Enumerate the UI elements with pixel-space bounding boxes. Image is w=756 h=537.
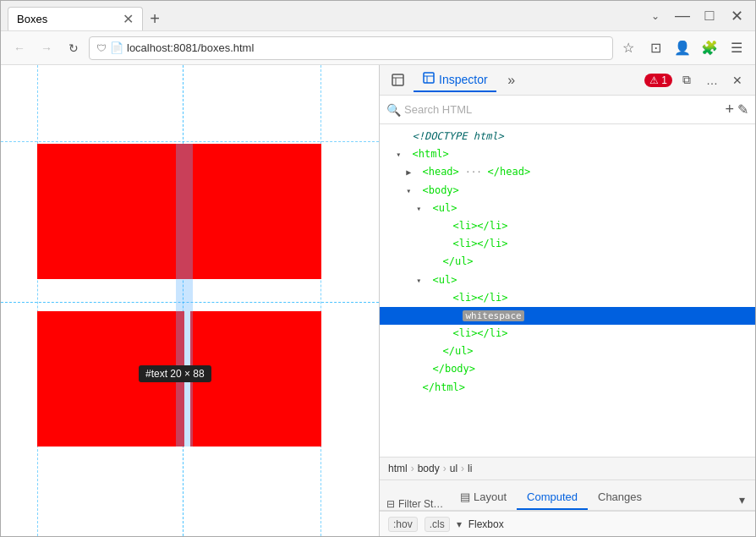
refresh-button[interactable]: ↻: [62, 36, 85, 60]
html-close-tag: </html>: [422, 381, 465, 393]
breadcrumb-html[interactable]: html: [388, 463, 408, 474]
window-down-button[interactable]: ⌄: [644, 4, 667, 28]
extensions-icon[interactable]: 🧩: [698, 36, 721, 60]
li-node-4[interactable]: <li></li>: [380, 325, 755, 342]
ul-close-tag-1: </ul>: [442, 255, 473, 267]
maximize-button[interactable]: □: [698, 4, 721, 28]
breadcrumb-sep-2: ›: [443, 463, 446, 474]
ul-close-node-1[interactable]: </ul>: [380, 253, 755, 271]
tab-changes[interactable]: Changes: [588, 485, 652, 510]
head-ellipsis: ···: [465, 167, 488, 178]
tab-close-button[interactable]: ✕: [123, 13, 134, 26]
ul-tag-2: <ul>: [432, 274, 457, 286]
page-icon: 📄: [110, 41, 123, 54]
whitespace-badge: whitespace: [463, 310, 523, 321]
guide-line-right: [320, 65, 321, 536]
body-close-tag: </body>: [432, 363, 475, 375]
breadcrumb-body[interactable]: body: [418, 463, 440, 474]
li-tag-3: <li></li>: [452, 292, 507, 304]
tab-layout[interactable]: ▤ Layout: [450, 485, 517, 510]
html-search-bar: 🔍 + ✎: [380, 96, 755, 124]
breadcrumb-sep-1: ›: [411, 463, 414, 474]
inspector-tab[interactable]: Inspector: [414, 68, 496, 92]
active-tab[interactable]: Boxes ✕: [8, 7, 143, 30]
expand-arrow: ▶: [406, 166, 416, 179]
devtools-toolbar: Inspector » ⚠ 1 ⧉ … ✕: [380, 65, 755, 96]
devtools-panel: Inspector » ⚠ 1 ⧉ … ✕ 🔍 + ✎: [379, 65, 755, 536]
body-node[interactable]: ▾ <body>: [380, 182, 755, 200]
bookmarks-icon[interactable]: ☆: [616, 36, 640, 60]
tab-title: Boxes: [17, 13, 116, 25]
ul-node-2[interactable]: ▾ <ul>: [380, 271, 755, 289]
error-count: 1: [661, 74, 667, 86]
new-tab-button[interactable]: +: [143, 7, 167, 30]
tab-computed-label: Computed: [527, 490, 578, 503]
forward-button[interactable]: →: [35, 36, 58, 60]
pocket-icon[interactable]: ⊡: [644, 36, 667, 60]
svg-rect-3: [424, 73, 434, 83]
ul-close-node-2[interactable]: </ul>: [380, 342, 755, 360]
html-search-input[interactable]: [404, 103, 721, 116]
responsive-design-button[interactable]: ⧉: [676, 69, 698, 91]
minimize-button[interactable]: —: [671, 4, 694, 28]
body-close-node[interactable]: </body>: [380, 360, 755, 378]
url-text: localhost:8081/boxes.html: [127, 41, 605, 54]
li-tag-4: <li></li>: [452, 327, 507, 339]
breadcrumb-ul[interactable]: ul: [450, 463, 457, 474]
toolbar-right: ☆ ⊡ 👤 🧩 ☰: [616, 36, 748, 60]
add-node-button[interactable]: +: [725, 101, 734, 118]
menu-icon[interactable]: ☰: [725, 36, 748, 60]
tab-computed[interactable]: Computed: [517, 485, 588, 510]
breadcrumb-bar: html › body › ul › li: [380, 457, 755, 480]
inspect-icon: [392, 74, 405, 87]
li-tag-1: <li></li>: [452, 220, 507, 232]
expand-arrow: ▾: [416, 202, 426, 216]
head-tag: <head>: [422, 166, 458, 178]
filter-label: Filter St…: [398, 498, 443, 510]
layout-icon: ▤: [460, 490, 470, 503]
inspect-element-button[interactable]: [386, 68, 410, 92]
expand-arrow: ▾: [406, 184, 416, 198]
expand-tools-button[interactable]: »: [500, 68, 523, 92]
title-bar: Boxes ✕ + ⌄ — □ ✕: [1, 1, 755, 31]
html-node[interactable]: ▾ <html>: [380, 145, 755, 163]
back-button[interactable]: ←: [8, 36, 31, 60]
li-node-2[interactable]: <li></li>: [380, 235, 755, 253]
expand-arrow: ▾: [416, 274, 426, 288]
whitespace-node-line[interactable]: whitespace: [380, 307, 755, 325]
element-tooltip: #text 20 × 88: [139, 365, 211, 382]
ul-node-1[interactable]: ▾ <ul>: [380, 200, 755, 217]
hover-badge[interactable]: :hov: [388, 517, 418, 532]
li-node-1[interactable]: <li></li>: [380, 217, 755, 235]
bottom-tabs: ⊟ Filter St… ▤ Layout Computed Changes ▾: [380, 480, 755, 511]
doctype-text: <!DOCTYPE html>: [412, 130, 503, 142]
page-viewport: #text 20 × 88: [1, 65, 379, 536]
cls-badge[interactable]: .cls: [425, 517, 450, 532]
search-icon: 🔍: [386, 103, 401, 117]
whitespace-highlight: [176, 144, 193, 447]
tab-layout-label: Layout: [474, 490, 507, 503]
edit-html-button[interactable]: ✎: [737, 101, 748, 118]
window-controls: ⌄ — □ ✕: [644, 4, 748, 28]
tab-bar: Boxes ✕ +: [8, 1, 638, 30]
more-tabs-button[interactable]: ▾: [736, 490, 748, 510]
li-node-3[interactable]: <li></li>: [380, 289, 755, 307]
breadcrumb-sep-3: ›: [461, 463, 464, 474]
chevron-icon: ▾: [457, 518, 462, 530]
doctype-node[interactable]: <!DOCTYPE html>: [380, 128, 755, 145]
html-close-node[interactable]: </html>: [380, 379, 755, 397]
filter-icon: ⊟: [386, 498, 395, 510]
browser-window: Boxes ✕ + ⌄ — □ ✕ ← → ↻ 🛡 📄 localhost:80…: [0, 0, 756, 537]
html-tree: <!DOCTYPE html> ▾ <html> ▶ <head> ··· </…: [380, 124, 755, 457]
more-options-button[interactable]: …: [701, 69, 723, 91]
head-close-tag: </head>: [488, 166, 531, 178]
expand-arrow: ▾: [396, 148, 406, 162]
address-bar[interactable]: 🛡 📄 localhost:8081/boxes.html: [89, 36, 613, 60]
close-devtools-button[interactable]: ✕: [726, 69, 748, 91]
error-icon: ⚠: [649, 74, 659, 86]
account-icon[interactable]: 👤: [671, 36, 694, 60]
error-badge[interactable]: ⚠ 1: [644, 74, 672, 87]
close-button[interactable]: ✕: [725, 4, 748, 28]
head-node[interactable]: ▶ <head> ··· </head>: [380, 163, 755, 181]
breadcrumb-li[interactable]: li: [468, 463, 472, 474]
